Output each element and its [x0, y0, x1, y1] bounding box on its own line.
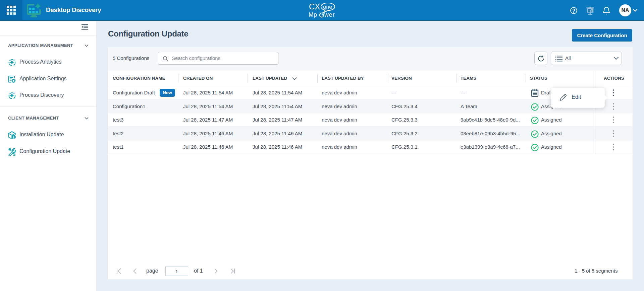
svg-text:wer: wer: [324, 11, 335, 18]
svg-text:one: one: [323, 4, 332, 10]
svg-text:CX: CX: [309, 3, 320, 11]
svg-text:Mp: Mp: [309, 11, 317, 18]
